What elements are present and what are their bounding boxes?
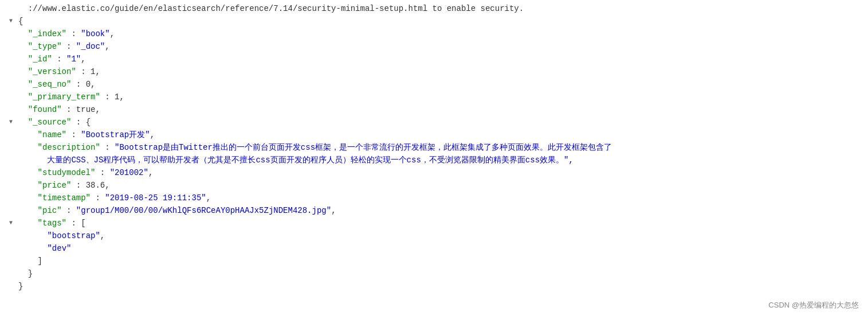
line-code-content: "timestamp" : "2019-08-25 19:11:35",: [16, 192, 868, 204]
code-token: "_doc": [76, 42, 105, 51]
code-token: "_primary_term": [28, 92, 100, 102]
code-token: 大量的CSS、JS程序代码，可以帮助开发者（尤其是不擅长css页面开发的程序人员…: [18, 155, 574, 165]
code-line: ://www.elastic.co/guide/en/elasticsearch…: [0, 2, 868, 15]
line-code-content: "tags" : [: [16, 217, 868, 230]
collapse-arrow-icon[interactable]: [9, 116, 13, 129]
code-token: :: [100, 92, 115, 102]
code-token: ,: [105, 181, 109, 190]
collapse-arrow-icon[interactable]: [9, 217, 13, 230]
code-token: [18, 143, 38, 152]
code-line: "studymodel" : "201002",: [0, 166, 868, 179]
code-token: "description": [38, 143, 100, 152]
code-token: [18, 42, 28, 51]
code-line: 大量的CSS、JS程序代码，可以帮助开发者（尤其是不擅长css页面开发的程序人员…: [0, 154, 868, 166]
code-token: :: [52, 55, 66, 64]
code-token: :: [62, 206, 76, 215]
code-token: ,: [81, 55, 85, 64]
code-token: ,: [95, 67, 100, 76]
watermark: CSDN @热爱编程的大忽悠: [768, 300, 859, 310]
line-code-content: "name" : "Bootstrap开发",: [16, 129, 868, 141]
line-gutter: [0, 217, 16, 230]
code-token: "book": [81, 29, 109, 38]
line-code-content: "dev": [16, 242, 868, 255]
code-line: "_source" : {: [0, 116, 868, 129]
code-token: [18, 219, 38, 228]
code-token: "_index": [28, 29, 66, 38]
code-token: "_version": [28, 67, 76, 76]
code-token: [18, 118, 28, 127]
line-code-content: "bootstrap",: [16, 230, 868, 242]
line-code-content: "_id" : "1",: [16, 53, 868, 65]
code-token: [18, 29, 28, 38]
code-line: "tags" : [: [0, 217, 868, 230]
code-token: :: [62, 42, 76, 51]
line-code-content: {: [16, 15, 868, 28]
line-code-content: "_primary_term" : 1,: [16, 91, 868, 103]
code-token: "studymodel": [38, 168, 96, 177]
line-code-content: 大量的CSS、JS程序代码，可以帮助开发者（尤其是不擅长css页面开发的程序人员…: [16, 154, 868, 166]
code-token: 0: [86, 80, 91, 89]
code-token: [18, 67, 28, 76]
code-line: "pic" : "group1/M00/00/00/wKhlQFs6RCeAY0…: [0, 204, 868, 217]
code-token: :: [91, 193, 105, 203]
code-token: :: [62, 105, 76, 114]
line-code-content: "found" : true,: [16, 103, 868, 116]
code-token: [18, 80, 28, 89]
code-token: "pic": [38, 206, 62, 215]
code-token: "found": [28, 105, 62, 114]
code-line: "_version" : 1,: [0, 65, 868, 78]
code-line: }: [0, 280, 868, 293]
code-token: ,: [150, 130, 155, 139]
code-token: "bootstrap": [47, 231, 100, 240]
code-token: ]: [18, 256, 42, 266]
code-token: [18, 181, 38, 190]
line-code-content: "_version" : 1,: [16, 65, 868, 78]
line-code-content: }: [16, 280, 868, 293]
line-code-content: ]: [16, 255, 868, 267]
code-token: [18, 244, 47, 253]
line-code-content: "pic" : "group1/M00/00/00/wKhlQFs6RCeAY0…: [16, 204, 868, 217]
code-line: "_seq_no" : 0,: [0, 78, 868, 91]
code-token: ,: [95, 105, 100, 114]
code-token: :: [66, 29, 81, 38]
line-code-content: "_seq_no" : 0,: [16, 78, 868, 91]
code-line: "_id" : "1",: [0, 53, 868, 65]
collapse-arrow-icon[interactable]: [9, 15, 13, 28]
code-token: [18, 130, 38, 139]
code-token: [18, 193, 38, 203]
code-line: ]: [0, 255, 868, 267]
code-token: "group1/M00/00/00/wKhlQFs6RCeAY0pHAAJx5Z…: [76, 206, 331, 215]
code-token: :: [100, 143, 115, 152]
code-token: [18, 92, 28, 102]
code-token: ,: [110, 29, 115, 38]
line-code-content: "description" : "Bootstrap是由Twitter推出的一个…: [16, 141, 868, 154]
code-token: ,: [119, 92, 124, 102]
code-token: {: [18, 17, 23, 26]
code-token: "Bootstrap开发": [81, 130, 150, 139]
code-token: "201002": [110, 168, 148, 177]
code-token: "2019-08-25 19:11:35": [105, 193, 206, 203]
code-token: "tags": [38, 219, 66, 228]
code-token: [18, 231, 47, 240]
code-line: "price" : 38.6,: [0, 179, 868, 192]
code-line: "description" : "Bootstrap是由Twitter推出的一个…: [0, 141, 868, 154]
line-code-content: "_type" : "_doc",: [16, 40, 868, 53]
code-token: ://www.elastic.co/guide/en/elasticsearch…: [18, 4, 524, 13]
code-token: "price": [38, 181, 72, 190]
code-token: :: [71, 80, 85, 89]
code-token: 38.6: [86, 181, 105, 190]
code-token: ,: [91, 80, 95, 89]
code-token: "_type": [28, 42, 62, 51]
code-token: ,: [105, 42, 109, 51]
code-token: ,: [148, 168, 153, 177]
code-token: :: [66, 130, 81, 139]
line-code-content: "price" : 38.6,: [16, 179, 868, 192]
line-gutter: [0, 15, 16, 28]
code-line: "name" : "Bootstrap开发",: [0, 129, 868, 141]
code-line: "_index" : "book",: [0, 28, 868, 40]
code-line: "dev": [0, 242, 868, 255]
code-token: ,: [100, 231, 105, 240]
code-token: : {: [71, 118, 91, 127]
code-token: :: [71, 181, 85, 190]
code-line: "bootstrap",: [0, 230, 868, 242]
